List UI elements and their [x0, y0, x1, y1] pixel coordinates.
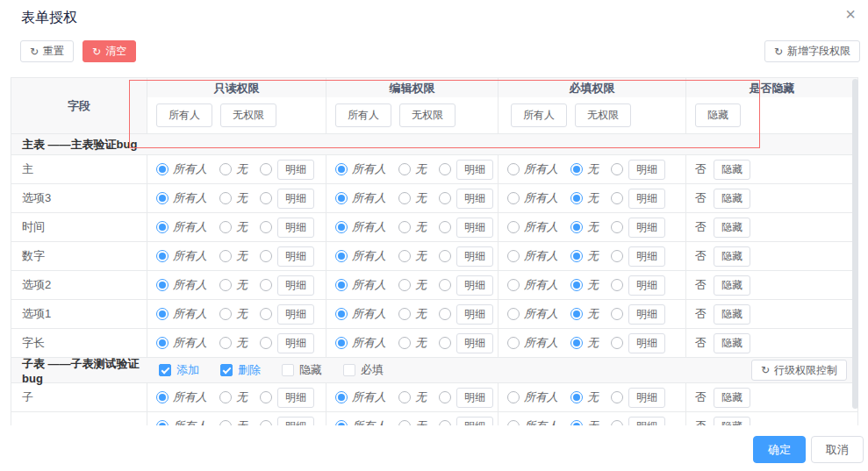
- radio-edit-none[interactable]: 无: [398, 248, 427, 264]
- radio-edit-detail[interactable]: 明细: [439, 160, 493, 180]
- radio-edit-all[interactable]: 所有人: [335, 248, 386, 264]
- detail-button[interactable]: 明细: [277, 333, 314, 353]
- detail-button[interactable]: 明细: [456, 160, 493, 180]
- radio-read-none[interactable]: 无: [219, 389, 247, 405]
- detail-button[interactable]: 明细: [628, 333, 665, 353]
- radio-required-none[interactable]: 无: [570, 306, 599, 322]
- detail-button[interactable]: 明细: [456, 189, 493, 209]
- detail-button[interactable]: 明细: [456, 246, 493, 267]
- radio-required-none[interactable]: 无: [570, 389, 599, 405]
- detail-button[interactable]: 明细: [628, 160, 665, 180]
- row-permission-control-button[interactable]: ↻行级权限控制: [751, 360, 847, 381]
- radio-required-all[interactable]: 所有人: [507, 219, 558, 235]
- radio-edit-all[interactable]: 所有人: [335, 389, 386, 405]
- radio-edit-detail[interactable]: 明细: [439, 388, 493, 408]
- add-field-permission-button[interactable]: ↻ 新增字段权限: [764, 40, 860, 62]
- cancel-button[interactable]: 取消: [811, 436, 864, 463]
- radio-read-none[interactable]: 无: [219, 418, 247, 425]
- radio-read-none[interactable]: 无: [219, 335, 247, 351]
- radio-edit-none[interactable]: 无: [398, 335, 427, 351]
- radio-required-detail[interactable]: 明细: [611, 189, 665, 209]
- radio-read-none[interactable]: 无: [219, 248, 247, 264]
- radio-edit-none[interactable]: 无: [398, 418, 427, 425]
- radio-required-none[interactable]: 无: [570, 219, 599, 235]
- radio-read-detail[interactable]: 明细: [260, 218, 314, 238]
- hide-all-button[interactable]: 隐藏: [695, 103, 741, 127]
- detail-button[interactable]: 明细: [277, 275, 314, 296]
- radio-edit-all[interactable]: 所有人: [335, 335, 386, 351]
- detail-button[interactable]: 明细: [628, 388, 665, 408]
- detail-button[interactable]: 明细: [628, 275, 665, 296]
- radio-read-all[interactable]: 所有人: [156, 306, 207, 322]
- radio-required-detail[interactable]: 明细: [611, 304, 665, 325]
- radio-required-detail[interactable]: 明细: [611, 388, 665, 408]
- readonly-all-button[interactable]: 所有人: [156, 103, 212, 127]
- radio-read-all[interactable]: 所有人: [156, 335, 207, 351]
- radio-edit-all[interactable]: 所有人: [335, 277, 386, 293]
- radio-read-none[interactable]: 无: [219, 161, 247, 177]
- radio-edit-none[interactable]: 无: [398, 389, 427, 405]
- radio-edit-all[interactable]: 所有人: [335, 219, 386, 235]
- radio-edit-none[interactable]: 无: [398, 306, 427, 322]
- radio-required-none[interactable]: 无: [570, 161, 599, 177]
- detail-button[interactable]: 明细: [277, 417, 314, 426]
- radio-read-detail[interactable]: 明细: [260, 189, 314, 209]
- radio-read-all[interactable]: 所有人: [156, 219, 207, 235]
- radio-read-detail[interactable]: 明细: [260, 304, 314, 325]
- close-icon[interactable]: ×: [845, 5, 856, 23]
- radio-edit-all[interactable]: 所有人: [335, 306, 386, 322]
- detail-button[interactable]: 明细: [456, 333, 493, 353]
- radio-edit-detail[interactable]: 明细: [439, 275, 493, 296]
- edit-all-button[interactable]: 所有人: [335, 103, 391, 127]
- radio-read-all[interactable]: 所有人: [156, 248, 207, 264]
- radio-read-all[interactable]: 所有人: [156, 418, 207, 425]
- detail-button[interactable]: 明细: [628, 304, 665, 325]
- detail-button[interactable]: 明细: [277, 246, 314, 267]
- detail-button[interactable]: 明细: [456, 275, 493, 296]
- radio-read-detail[interactable]: 明细: [260, 388, 314, 408]
- hide-button[interactable]: 隐藏: [714, 333, 750, 353]
- radio-required-none[interactable]: 无: [570, 190, 599, 206]
- table-scrollbar[interactable]: [852, 79, 858, 409]
- radio-edit-all[interactable]: 所有人: [335, 161, 386, 177]
- radio-edit-detail[interactable]: 明细: [439, 333, 493, 353]
- radio-required-detail[interactable]: 明细: [611, 218, 665, 238]
- hide-button[interactable]: 隐藏: [714, 417, 750, 426]
- radio-read-detail[interactable]: 明细: [260, 246, 314, 267]
- edit-none-button[interactable]: 无权限: [399, 103, 456, 127]
- hide-button[interactable]: 隐藏: [714, 246, 750, 267]
- radio-read-all[interactable]: 所有人: [156, 277, 207, 293]
- required-all-button[interactable]: 所有人: [511, 103, 567, 127]
- confirm-button[interactable]: 确定: [753, 436, 806, 463]
- hide-button[interactable]: 隐藏: [714, 388, 750, 408]
- hide-button[interactable]: 隐藏: [714, 218, 750, 238]
- radio-required-all[interactable]: 所有人: [507, 335, 558, 351]
- detail-button[interactable]: 明细: [456, 388, 493, 408]
- radio-edit-detail[interactable]: 明细: [439, 218, 493, 238]
- detail-button[interactable]: 明细: [628, 417, 665, 426]
- radio-required-none[interactable]: 无: [570, 418, 599, 425]
- radio-read-none[interactable]: 无: [219, 306, 247, 322]
- detail-button[interactable]: 明细: [628, 246, 665, 267]
- detail-button[interactable]: 明细: [628, 189, 665, 209]
- radio-read-none[interactable]: 无: [219, 190, 247, 206]
- radio-read-detail[interactable]: 明细: [260, 333, 314, 353]
- radio-read-all[interactable]: 所有人: [156, 161, 207, 177]
- radio-read-all[interactable]: 所有人: [156, 389, 207, 405]
- radio-required-none[interactable]: 无: [570, 277, 599, 293]
- radio-read-detail[interactable]: 明细: [260, 417, 314, 426]
- hide-button[interactable]: 隐藏: [714, 275, 750, 296]
- detail-button[interactable]: 明细: [277, 218, 314, 238]
- checkbox-add[interactable]: 添加: [159, 362, 199, 378]
- radio-edit-none[interactable]: 无: [398, 161, 427, 177]
- detail-button[interactable]: 明细: [456, 417, 493, 426]
- radio-edit-none[interactable]: 无: [398, 219, 427, 235]
- radio-required-all[interactable]: 所有人: [507, 306, 558, 322]
- radio-read-detail[interactable]: 明细: [260, 275, 314, 296]
- detail-button[interactable]: 明细: [277, 160, 314, 180]
- hide-button[interactable]: 隐藏: [714, 304, 750, 325]
- radio-required-all[interactable]: 所有人: [507, 190, 558, 206]
- detail-button[interactable]: 明细: [277, 189, 314, 209]
- clear-button[interactable]: ↻ 清空: [82, 40, 136, 62]
- detail-button[interactable]: 明细: [456, 304, 493, 325]
